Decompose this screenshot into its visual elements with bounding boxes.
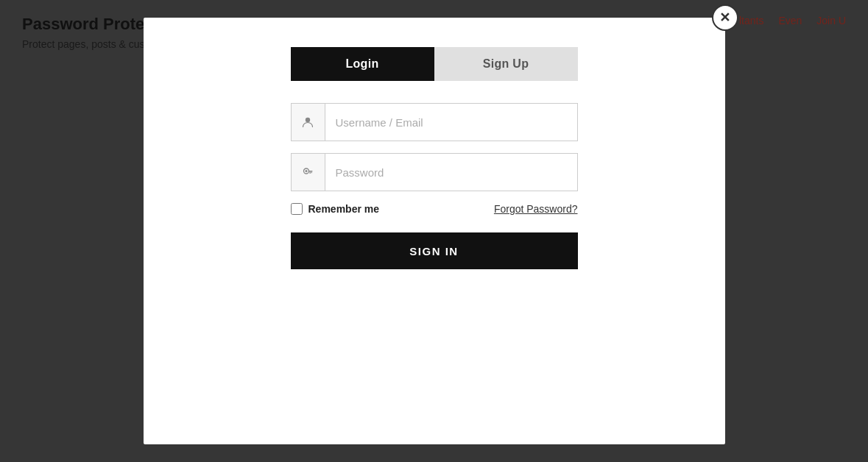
svg-point-2 — [306, 170, 308, 172]
password-input-group — [291, 153, 578, 191]
key-icon — [292, 154, 325, 191]
tab-row: Login Sign Up — [291, 47, 578, 81]
login-tab[interactable]: Login — [291, 47, 434, 81]
signin-button[interactable]: SIGN IN — [291, 232, 578, 269]
svg-rect-5 — [310, 171, 311, 174]
svg-rect-3 — [308, 171, 313, 171]
modal-overlay: ✕ Login Sign Up — [0, 0, 868, 462]
close-button[interactable]: ✕ — [712, 4, 738, 31]
svg-point-0 — [306, 118, 310, 122]
username-input[interactable] — [325, 104, 577, 141]
password-input[interactable] — [325, 154, 577, 191]
remember-label: Remember me — [308, 203, 380, 215]
remember-checkbox[interactable] — [291, 203, 303, 215]
remember-group: Remember me — [291, 203, 380, 215]
user-icon — [292, 104, 325, 141]
signup-tab[interactable]: Sign Up — [434, 47, 578, 81]
svg-rect-4 — [311, 171, 312, 173]
username-input-group — [291, 103, 578, 141]
forgot-password-link[interactable]: Forgot Password? — [494, 203, 578, 215]
login-modal: ✕ Login Sign Up — [144, 18, 725, 444]
options-row: Remember me Forgot Password? — [291, 203, 578, 215]
